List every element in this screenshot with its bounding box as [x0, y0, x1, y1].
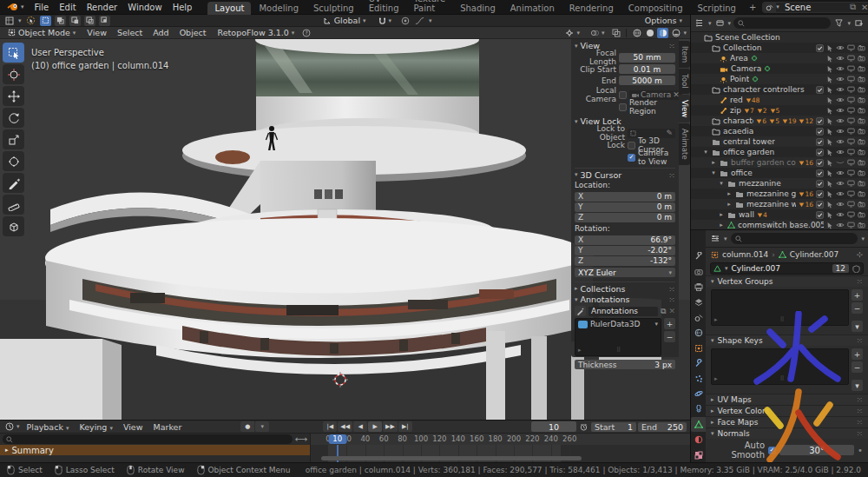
outliner-search-input[interactable] [733, 17, 831, 29]
tool-cursor[interactable] [3, 64, 24, 84]
mesh-name[interactable]: Cylinder.007 [732, 264, 780, 273]
camera-to-view-checkbox[interactable]: ✓ [628, 154, 635, 162]
exclude-checkbox[interactable] [816, 159, 824, 167]
previous-keyframe-button[interactable]: ◀◀ [338, 421, 352, 432]
exclude-checkbox[interactable] [816, 169, 824, 177]
select-mode-intersect-button[interactable] [99, 16, 110, 26]
panel-3d-cursor-header[interactable]: ▾3D Cursor⁙ [575, 168, 675, 179]
snap-dropdown[interactable]: ▾ [374, 16, 397, 26]
exclude-checkbox[interactable] [816, 190, 824, 198]
outliner-row-camera[interactable]: Camera [691, 63, 868, 74]
select-mode-extend-button[interactable] [55, 16, 66, 26]
hide-eye-icon[interactable] [836, 211, 845, 218]
viewport-menu-add[interactable]: Add [148, 27, 174, 38]
cursor-rotation-y-field[interactable]: Y-2.02° [575, 246, 675, 255]
hide-eye-icon[interactable] [836, 180, 845, 187]
selectable-icon[interactable] [826, 117, 833, 125]
hide-eye-icon[interactable] [836, 76, 845, 83]
exclude-checkbox[interactable] [816, 117, 824, 125]
properties-search-input[interactable] [731, 233, 858, 244]
keying-set-dropdown[interactable]: ▾ [255, 421, 269, 432]
outliner-item-label[interactable]: acaedia [723, 127, 753, 136]
outliner-row-character-controllers[interactable]: character controllers [691, 84, 868, 95]
blender-logo-icon[interactable]: ▾ [3, 3, 28, 11]
disable-viewport-icon[interactable] [847, 138, 855, 145]
record-button[interactable]: ● [240, 421, 254, 432]
copy-icon[interactable]: ⧉ [661, 307, 666, 316]
annotation-icon[interactable] [575, 306, 586, 316]
gizmos-dropdown[interactable]: ▾ [561, 28, 584, 38]
hide-eye-icon[interactable] [836, 86, 845, 93]
panel-annotations-header[interactable]: ▾Annotations⁙ [575, 295, 675, 304]
shading-solid-button[interactable] [644, 28, 655, 38]
outliner-item-label[interactable]: office garden [723, 148, 774, 156]
expander-icon[interactable]: ▾ [702, 149, 709, 156]
thickness-slider[interactable]: Thickness3 px [575, 360, 675, 369]
disable-viewport-icon[interactable] [847, 149, 855, 156]
hide-eye-icon[interactable] [836, 44, 845, 51]
summary-channel[interactable]: ▸Summary [0, 445, 310, 455]
cursor-location-x-field[interactable]: X0 m [575, 192, 675, 202]
outliner-item-label[interactable]: Point [730, 75, 749, 83]
expander-icon[interactable]: ▸ [726, 190, 733, 197]
copy-icon[interactable]: ⧉ [847, 2, 858, 12]
disable-viewport-icon[interactable] [847, 128, 855, 135]
viewport-3d[interactable]: User Perspective (10) office garden | co… [0, 39, 690, 420]
tool-transform[interactable] [3, 151, 24, 171]
outliner-row-characters[interactable]: characters651912 [691, 116, 868, 126]
expander-icon[interactable]: ▸ [718, 222, 725, 229]
outliner-row-zip[interactable]: zip725 [691, 105, 868, 116]
expander-icon[interactable]: ▸ [710, 159, 717, 166]
outliner-row-buffer-garden-columns-001[interactable]: ▸buffer garden columns.00116 [691, 157, 868, 168]
tool-measure[interactable] [3, 195, 24, 215]
viewport-menu-select[interactable]: Select [112, 27, 148, 38]
disable-viewport-icon[interactable] [847, 44, 855, 51]
outliner-item-label[interactable]: Camera [731, 64, 761, 73]
selectable-icon[interactable] [826, 55, 833, 63]
hide-eye-icon[interactable] [836, 117, 845, 124]
editor-type-icon[interactable] [3, 16, 15, 26]
shape-key-specials-button[interactable]: ▾ [852, 380, 863, 391]
disable-viewport-icon[interactable] [847, 169, 855, 176]
outliner-row-mezzanine-walls[interactable]: ▸mezzanine walls16 [691, 199, 868, 209]
viewport-menu-view[interactable]: View [82, 27, 112, 38]
tool-annotate[interactable] [3, 173, 24, 193]
disable-render-icon[interactable] [858, 107, 865, 114]
layer-color-swatch[interactable] [578, 321, 588, 328]
outliner-row-acaedia[interactable]: acaedia [691, 126, 868, 136]
pin-icon[interactable]: ⊹ [856, 250, 863, 259]
outliner-editor-type-icon[interactable] [694, 18, 706, 29]
fake-user-shield-icon[interactable] [852, 265, 860, 273]
properties-tab-modifiers[interactable] [691, 356, 706, 371]
frame-end-field[interactable]: End250 [638, 422, 687, 432]
hide-eye-icon[interactable] [836, 149, 845, 156]
properties-tab-scene[interactable] [691, 310, 706, 325]
disable-viewport-icon[interactable] [847, 86, 855, 93]
select-mode-subtract-button[interactable] [69, 16, 81, 26]
tab-shading[interactable]: Shading [453, 2, 503, 15]
selectable-icon[interactable] [826, 180, 833, 188]
disable-render-icon[interactable] [858, 180, 865, 187]
mesh-name-field[interactable]: ▾ Cylinder.007 12 [710, 262, 864, 275]
annotation-datablock-field[interactable]: Annotations [589, 307, 658, 316]
hide-eye-icon[interactable] [836, 138, 845, 145]
xray-toggle[interactable] [610, 28, 621, 38]
properties-tab-constraints[interactable] [691, 402, 706, 417]
scene-selector[interactable]: ▾ Scene ⧉ ✕ [762, 2, 868, 13]
outliner-row-commswitch-base-005[interactable]: ▸commswitch base.005 [691, 220, 868, 229]
selectable-icon[interactable] [826, 107, 833, 115]
users-count[interactable]: 12 [832, 264, 849, 273]
disable-render-icon[interactable] [858, 65, 865, 72]
exclude-checkbox[interactable] [816, 211, 824, 219]
disable-viewport-icon[interactable] [847, 65, 855, 72]
disable-viewport-icon[interactable] [847, 180, 855, 187]
selectable-icon[interactable] [826, 149, 833, 156]
disable-viewport-icon[interactable] [847, 190, 855, 197]
exclude-checkbox[interactable] [816, 86, 824, 94]
disable-viewport-icon[interactable] [847, 76, 855, 83]
proportional-falloff-icon[interactable] [414, 16, 425, 26]
panel-uv-maps-header[interactable]: ▸UV Maps⁙ [706, 394, 868, 405]
cursor-rotation-z-field[interactable]: Z-132° [575, 256, 675, 266]
exclude-checkbox[interactable] [816, 138, 824, 146]
expander-icon[interactable]: ▾ [710, 169, 717, 176]
